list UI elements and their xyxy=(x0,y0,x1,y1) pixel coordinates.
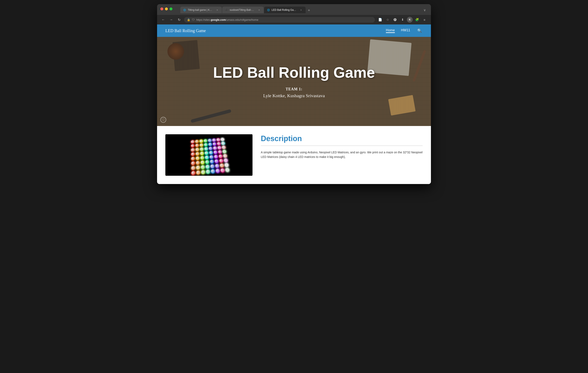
title-bar: 🌐 Tilting-ball game | Kushagra Sr... × ⬛… xyxy=(157,4,431,15)
led-dot xyxy=(191,144,195,148)
led-dot xyxy=(217,142,221,145)
tab-overflow-button[interactable]: ∨ xyxy=(422,7,428,13)
led-dot xyxy=(201,170,205,174)
tab-close-1[interactable]: × xyxy=(216,8,219,12)
led-dot xyxy=(200,160,205,164)
download-button[interactable]: ⬇ xyxy=(399,17,406,23)
led-dot xyxy=(191,161,195,165)
led-matrix-image xyxy=(165,134,252,176)
led-dot xyxy=(196,165,200,170)
nav-actions: 📄 ☆ 🅟 ⬇ K 🧩 ≡ xyxy=(377,17,428,23)
led-dot xyxy=(200,156,204,160)
led-dot xyxy=(195,152,200,156)
back-button[interactable]: ← xyxy=(160,17,166,23)
hero-team-label: TEAM 1: xyxy=(213,87,375,91)
minimize-button[interactable] xyxy=(165,8,168,10)
forward-button[interactable]: → xyxy=(168,17,174,23)
tab-led-game[interactable]: 🌐 LED Ball Rolling Game × xyxy=(264,7,306,13)
led-dot xyxy=(195,140,199,143)
url-display: https://sites.google.com/umass.edu/rollg… xyxy=(196,18,372,21)
tab-label-3: LED Ball Rolling Game xyxy=(272,9,297,11)
led-dot xyxy=(214,159,219,163)
new-tab-button[interactable]: + xyxy=(306,8,312,13)
content-section: Description A simple tabletop game made … xyxy=(157,126,431,184)
led-dot xyxy=(224,158,228,162)
led-dot xyxy=(210,160,214,164)
description-text: A simple tabletop game made using Arduin… xyxy=(261,150,423,159)
led-dot xyxy=(196,156,200,160)
led-dot xyxy=(221,141,225,145)
led-matrix-grid xyxy=(189,136,232,176)
led-dot xyxy=(209,151,213,154)
hero-content: LED Ball Rolling Game TEAM 1: Lyle Kottk… xyxy=(213,64,375,98)
led-dot xyxy=(200,140,203,143)
address-bar[interactable]: 🔒 🛡 https://sites.google.com/umass.edu/r… xyxy=(184,17,375,23)
led-dot xyxy=(196,161,200,165)
site-header: LED Ball Rolling Game Home HW11 🔍 xyxy=(157,24,431,37)
led-dot xyxy=(208,142,212,146)
led-dot xyxy=(204,143,208,147)
tab-close-2[interactable]: × xyxy=(257,8,261,12)
led-dot xyxy=(191,152,195,156)
led-dot xyxy=(200,151,204,155)
led-dot xyxy=(217,146,221,150)
security-icon: 🛡 xyxy=(192,18,195,21)
led-dot xyxy=(201,165,205,169)
led-dot xyxy=(219,154,223,158)
led-dot xyxy=(205,155,209,159)
led-dot xyxy=(205,151,209,155)
tab-tilting-ball[interactable]: 🌐 Tilting-ball game | Kushagra Sr... × xyxy=(180,7,222,13)
led-dot xyxy=(218,150,222,154)
led-dot xyxy=(208,139,212,142)
info-icon[interactable]: ⓘ xyxy=(160,117,166,123)
led-dot xyxy=(210,164,215,169)
led-dot xyxy=(195,144,199,147)
led-dot xyxy=(216,138,220,141)
description-heading: Description xyxy=(261,134,423,146)
lock-icon: 🔒 xyxy=(187,18,190,21)
led-dot xyxy=(195,148,199,151)
led-dot xyxy=(220,138,224,141)
led-dot xyxy=(191,148,195,152)
led-dot xyxy=(204,147,208,151)
led-dot xyxy=(206,170,210,174)
site-search-button[interactable]: 🔍 xyxy=(416,28,423,34)
hero-team-members: Lyle Kottke, Kushagra Srivastava xyxy=(213,93,375,98)
led-dot xyxy=(205,164,210,169)
led-dot xyxy=(222,145,226,149)
led-dot xyxy=(220,163,224,168)
led-dot xyxy=(205,160,209,164)
tab-github[interactable]: ⬛ suobset/Tilting-Ball-Game: Cic... × xyxy=(222,7,264,13)
tab-close-3[interactable]: × xyxy=(299,8,303,12)
description-section: Description A simple tabletop game made … xyxy=(261,134,423,159)
site-nav: Home HW11 🔍 xyxy=(386,28,423,34)
led-dot xyxy=(224,163,229,167)
site-logo-title: LED Ball Rolling Game xyxy=(165,28,206,33)
website-content: LED Ball Rolling Game Home HW11 🔍 LED Ba… xyxy=(157,24,431,184)
led-dot xyxy=(204,139,207,142)
led-dot xyxy=(200,147,204,151)
led-dot xyxy=(220,168,225,172)
nav-hw11[interactable]: HW11 xyxy=(401,28,410,33)
tab-favicon-1: 🌐 xyxy=(183,9,186,11)
led-dot xyxy=(191,140,194,144)
bookmark-button[interactable]: ☆ xyxy=(384,17,391,23)
refresh-button[interactable]: ↻ xyxy=(176,17,182,23)
pocket-button[interactable]: 🅟 xyxy=(392,17,398,23)
menu-button[interactable]: ≡ xyxy=(421,17,428,23)
close-button[interactable] xyxy=(160,8,163,10)
led-dot xyxy=(210,169,215,174)
nav-home[interactable]: Home xyxy=(386,28,395,33)
led-dot xyxy=(214,155,218,159)
browser-window: 🌐 Tilting-ball game | Kushagra Sr... × ⬛… xyxy=(157,4,431,184)
maximize-button[interactable] xyxy=(169,8,172,10)
led-dot xyxy=(219,159,223,163)
profile-button[interactable]: K xyxy=(407,17,413,23)
led-dot xyxy=(215,164,219,168)
led-dot xyxy=(209,147,212,150)
extensions-button[interactable]: 🧩 xyxy=(414,17,420,23)
led-dot xyxy=(213,146,217,150)
led-dot xyxy=(200,143,203,147)
led-dot xyxy=(212,142,216,146)
reader-view-button[interactable]: 📄 xyxy=(377,17,383,23)
